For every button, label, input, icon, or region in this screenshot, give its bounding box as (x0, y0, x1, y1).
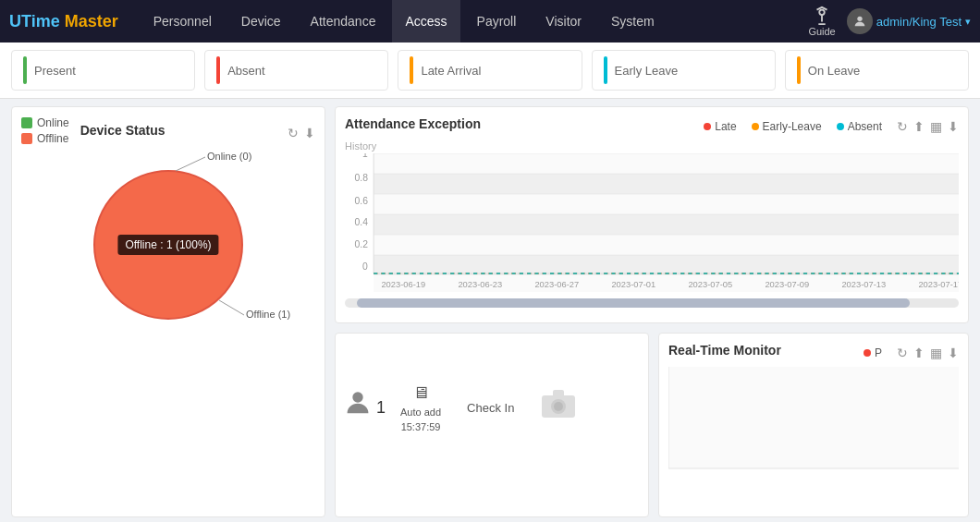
logo-u: U (9, 12, 21, 31)
online-label: Online (37, 116, 69, 129)
logo: UTime Master (9, 12, 118, 31)
user-count-value: 1 (376, 398, 386, 418)
device-status-panel: Online Offline Device Status ↻ ⬇ (11, 106, 325, 517)
navbar: UTime Master Personnel Device Attendance… (0, 0, 980, 42)
user-count: 1 (345, 390, 386, 426)
early-leave-legend: Early-Leave (763, 120, 822, 133)
absent-label: Absent (227, 64, 264, 78)
svg-point-32 (352, 392, 362, 402)
late-indicator (410, 56, 413, 84)
legend-late: Late (704, 120, 736, 133)
nav-visitor[interactable]: Visitor (533, 0, 594, 42)
realtime-actions: ↻ ⬆ ▦ ⬇ (897, 346, 959, 360)
bar-icon-rt[interactable]: ▦ (930, 346, 942, 360)
svg-rect-4 (374, 214, 959, 235)
offline-label: Offline (37, 132, 68, 145)
chart-scrollbar[interactable] (345, 298, 959, 308)
svg-text:2023-07-05: 2023-07-05 (688, 280, 732, 289)
realtime-legend: P (864, 346, 882, 359)
svg-text:0.2: 0.2 (355, 239, 369, 249)
left-column: Online Offline Device Status ↻ ⬇ (11, 106, 325, 517)
svg-rect-3 (374, 174, 959, 194)
checkin-panel: 1 🖥 Auto add 15:37:59 Check In (335, 333, 649, 517)
realtime-title: Real-Time Monitor (668, 343, 781, 358)
stat-cards-row: Present Absent Late Arrival Early Leave … (0, 42, 980, 99)
download-icon-att[interactable]: ⬇ (948, 119, 959, 134)
attendance-chart-svg: 1 0.8 0.6 0.4 0.2 0 (345, 153, 959, 292)
guide-label: Guide (808, 26, 835, 37)
download-icon[interactable]: ⬇ (304, 126, 315, 140)
svg-text:2023-07-01: 2023-07-01 (611, 280, 655, 289)
svg-rect-5 (374, 255, 959, 275)
attendance-header: Attendance Exception Late Early-Leave (345, 116, 959, 137)
nav-access[interactable]: Access (392, 0, 459, 42)
download-icon-rt[interactable]: ⬇ (948, 346, 959, 360)
right-column: Attendance Exception Late Early-Leave (335, 106, 969, 517)
upload-icon-att[interactable]: ⬆ (913, 119, 925, 134)
bottom-row: 1 🖥 Auto add 15:37:59 Check In (335, 333, 969, 517)
realtime-panel: Real-Time Monitor P ↻ ⬆ ▦ ⬇ (658, 333, 969, 517)
chart-scrollbar-thumb[interactable] (357, 298, 910, 308)
present-indicator (23, 56, 27, 84)
svg-text:2023-07-09: 2023-07-09 (765, 280, 809, 289)
device-status-header: Online Offline Device Status ↻ ⬇ (21, 116, 315, 149)
online-line (176, 157, 205, 171)
svg-text:0.4: 0.4 (355, 217, 369, 227)
svg-text:0: 0 (362, 261, 368, 272)
nav-personnel[interactable]: Personnel (141, 0, 225, 42)
pie-chart: Online (0) Offline (1) (76, 152, 261, 337)
nav-attendance[interactable]: Attendance (298, 0, 389, 42)
svg-text:2023-06-27: 2023-06-27 (534, 280, 579, 289)
late-label: Late Arrival (421, 64, 481, 78)
auto-add-label: Auto add (400, 407, 441, 418)
device-status-title: Device Status (80, 123, 165, 138)
history-label: History (345, 140, 959, 152)
legend-online: Online (21, 116, 69, 129)
attendance-title: Attendance Exception (345, 116, 481, 131)
user-big-icon (345, 390, 371, 426)
stat-late-arrival: Late Arrival (398, 50, 582, 91)
svg-rect-36 (553, 390, 564, 397)
upload-icon-rt[interactable]: ⬆ (913, 346, 925, 360)
user-info[interactable]: admin/King Test ▾ (847, 8, 971, 34)
auto-add-container: 🖥 Auto add 15:37:59 (400, 383, 441, 432)
refresh-icon[interactable]: ↻ (288, 126, 299, 140)
stat-early-leave: Early Leave (592, 50, 776, 91)
nav-device[interactable]: Device (228, 0, 294, 42)
svg-text:0.6: 0.6 (355, 196, 369, 206)
early-leave-indicator (604, 56, 607, 84)
refresh-icon-rt[interactable]: ↻ (897, 346, 908, 360)
offline-pie-label: Offline (1) (246, 309, 290, 320)
legend-absent: Absent (837, 120, 882, 133)
realtime-p-dot (864, 349, 871, 357)
nav-right: Guide admin/King Test ▾ (808, 6, 971, 37)
attendance-panel: Attendance Exception Late Early-Leave (335, 106, 969, 323)
stat-on-leave: On Leave (785, 50, 969, 91)
legend-offline: Offline (21, 132, 69, 145)
realtime-legend-label: P (875, 346, 882, 359)
early-leave-dot (752, 123, 759, 130)
stat-present: Present (11, 50, 195, 91)
logo-time: Time (21, 12, 60, 31)
absent-indicator (216, 56, 220, 84)
svg-point-1 (857, 17, 862, 21)
svg-text:2023-07-17: 2023-07-17 (918, 280, 959, 289)
svg-text:0.8: 0.8 (355, 173, 369, 183)
nav-payroll[interactable]: Payroll (464, 0, 530, 42)
main-content: Online Offline Device Status ↻ ⬇ (0, 99, 980, 522)
check-in-label: Check In (467, 401, 514, 415)
realtime-chart-area (668, 367, 959, 496)
logo-master: Master (65, 12, 118, 31)
on-leave-indicator (797, 56, 801, 84)
bar-icon-att[interactable]: ▦ (930, 119, 942, 134)
guide-button[interactable]: Guide (808, 6, 835, 37)
online-pie-label: Online (0) (207, 151, 251, 162)
checkin-content: 1 🖥 Auto add 15:37:59 Check In (345, 343, 639, 472)
svg-point-35 (554, 402, 563, 411)
svg-text:1: 1 (362, 153, 368, 159)
realtime-header: Real-Time Monitor P ↻ ⬆ ▦ ⬇ (668, 343, 959, 363)
attendance-panel-actions: ↻ ⬆ ▦ ⬇ (897, 119, 959, 134)
nav-system[interactable]: System (598, 0, 668, 42)
refresh-icon-att[interactable]: ↻ (897, 119, 908, 134)
device-legend: Online Offline (21, 116, 69, 145)
